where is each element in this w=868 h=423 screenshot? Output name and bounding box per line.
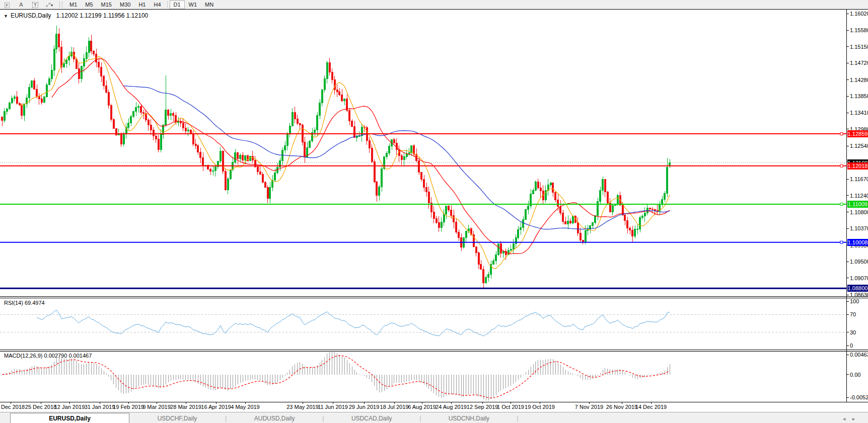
collapse-icon[interactable]: ▼ (4, 14, 8, 19)
price-tick-label: 1.12540 (850, 143, 868, 149)
date-tick-label: 6 Aug 2019 (408, 404, 436, 410)
tab-usdcad[interactable]: USDCAD,Daily (324, 413, 419, 423)
date-tick-label: 16 Apr 2019 (201, 404, 231, 410)
tab-usdcnh[interactable]: USDCNH,Daily (421, 413, 517, 423)
date-tick-label: 19 Oct 2019 (525, 404, 555, 410)
hline-price-label[interactable]: 1.12018 (847, 162, 868, 170)
fibonacci-icon: F (5, 3, 10, 8)
date-tick-label: 4 May 2019 (231, 404, 259, 410)
tab-scroll-arrows[interactable]: ◄► (842, 416, 861, 421)
chart-ohlc-values: 1.12002 1.12199 1.11956 1.12100 (56, 12, 149, 19)
chevron-down-icon[interactable]: ▾ (51, 3, 53, 8)
tab-eurusd[interactable]: EURUSD,Daily (10, 413, 129, 423)
date-tick-label: 28 Mar 2019 (170, 404, 201, 410)
date-tick-label: 18 Jul 2019 (380, 404, 409, 410)
date-tick-label: 19 Feb 2019 (113, 404, 144, 410)
macd-tick-label: -0.005299 (850, 394, 868, 400)
price-tick-label: 1.09500 (850, 259, 868, 265)
text-icon: A (19, 2, 23, 8)
hline-price-label[interactable]: 1.12859 (847, 130, 868, 137)
price-tick-label: 1.14720 (850, 60, 868, 66)
date-tick-label: 7 Nov 2019 (575, 404, 603, 410)
date-tick-label: 25 Dec 2018 (25, 404, 56, 410)
fibonacci-tool-button[interactable]: F (0, 2, 14, 8)
axis-ticks (11, 14, 849, 404)
date-tick-label: 11 Jun 2019 (318, 404, 348, 410)
macd-tick-label: 0.00463 (850, 352, 868, 358)
chart-title: ▼EURUSD,Daily1.12002 1.12199 1.11956 1.1… (4, 12, 148, 19)
price-tick-label: 1.08630 (850, 292, 868, 298)
label-tool-button[interactable]: T (28, 2, 42, 8)
hline-price-label[interactable]: 1.11009 (847, 201, 868, 208)
rsi-header: RSI(14) 69.4974 (4, 300, 45, 306)
arrows-tool-button[interactable]: ⤢▾ (42, 2, 56, 8)
chart-tab-bar: EURUSD,DailyUSDCHF,Daily|AUDUSD,Daily|US… (0, 412, 868, 423)
price-tick-label: 1.09070 (850, 275, 868, 281)
price-tick-label: 1.11670 (850, 176, 868, 182)
date-tick-label: 1 Oct 2019 (497, 404, 524, 410)
timeframe-mn-button[interactable]: MN (201, 1, 218, 9)
timeframe-h4-button[interactable]: H4 (150, 1, 165, 9)
price-tick-label: 1.16020 (850, 11, 868, 17)
price-tick-label: 1.13410 (850, 110, 868, 116)
timeframe-m5-button[interactable]: M5 (81, 1, 97, 9)
label-icon: T (32, 2, 38, 8)
timeframe-m15-button[interactable]: M15 (97, 1, 116, 9)
rsi-tick-label: 0 (850, 343, 853, 349)
date-tick-label: 23 May 2019 (286, 404, 319, 410)
timeframe-toolbar: M1M5M15M30H1H4D1W1MN (65, 1, 218, 9)
date-tick-label: 14 Dec 2019 (635, 404, 667, 410)
moving-averages (20, 53, 670, 268)
panel-borders (0, 10, 868, 402)
date-tick-label: 31 Jan 2019 (85, 404, 115, 410)
hline-price-label[interactable]: 1.08800 (847, 285, 868, 292)
date-tick-label: 12 Sep 2019 (467, 404, 498, 410)
tab-usdchf[interactable]: USDCHF,Daily (129, 413, 225, 423)
timeframe-m1-button[interactable]: M1 (65, 1, 81, 9)
price-tick-label: 1.11240 (850, 193, 868, 199)
top-toolbar: F A T ⤢▾ M1M5M15M30H1H4D1W1MN (0, 0, 868, 9)
toolbar-separator (167, 1, 168, 8)
date-tick-label: 6 Dec 2018 (0, 404, 25, 410)
date-tick-label: 24 Aug 2019 (436, 404, 467, 410)
rsi-panel (0, 310, 847, 336)
chart-canvas[interactable] (0, 0, 868, 423)
candlesticks (2, 26, 671, 288)
price-tick-label: 1.10370 (850, 225, 868, 231)
timeframe-d1-button[interactable]: D1 (170, 1, 185, 9)
horizontal-lines[interactable] (0, 133, 847, 289)
rsi-tick-label: 100 (850, 298, 859, 304)
macd-tick-label: 0.00 (850, 372, 860, 378)
rsi-tick-label: 30 (850, 329, 856, 335)
chart-symbol-label: EURUSD,Daily (11, 12, 51, 19)
date-tick-label: 12 Jan 2019 (54, 404, 85, 410)
macd-panel (2, 352, 670, 400)
tab-audusd[interactable]: AUDUSD,Daily (227, 413, 322, 423)
price-tick-label: 1.15150 (850, 44, 868, 50)
rsi-tick-label: 70 (850, 311, 856, 317)
timeframe-w1-button[interactable]: W1 (185, 1, 201, 9)
date-tick-label: 9 Mar 2019 (142, 404, 171, 410)
timeframe-h1-button[interactable]: H1 (134, 1, 150, 9)
toolbar-grip[interactable] (59, 2, 62, 8)
tab-separator: | (517, 413, 518, 423)
price-tick-label: 1.14280 (850, 77, 868, 83)
date-tick-label: 29 Jun 2019 (349, 404, 380, 410)
hline-price-label[interactable]: 1.10008 (847, 239, 868, 246)
price-tick-label: 1.10800 (850, 209, 868, 215)
timeframe-m30-button[interactable]: M30 (116, 1, 134, 9)
price-tick-label: 1.15580 (850, 27, 868, 33)
price-tick-label: 1.13850 (850, 93, 868, 99)
date-tick-label: 26 Nov 2019 (606, 404, 637, 410)
arrows-icon: ⤢ (46, 2, 50, 8)
text-tool-button[interactable]: A (14, 2, 28, 8)
macd-header: MACD(12,26,9) 0.002790 0.001467 (4, 353, 92, 359)
